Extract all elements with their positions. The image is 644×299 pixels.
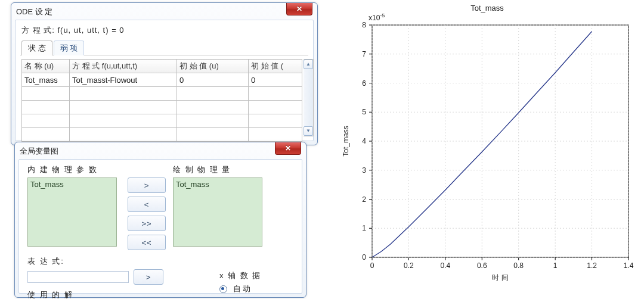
close-icon: ✕	[285, 144, 291, 152]
svg-text:2: 2	[362, 195, 366, 204]
expression-label: 表 达 式:	[27, 256, 296, 267]
svg-text:0: 0	[370, 261, 374, 270]
svg-text:8: 8	[362, 21, 366, 29]
col-name: 名 称 (u)	[22, 60, 70, 73]
svg-text:0.6: 0.6	[477, 261, 487, 270]
builtin-params-label: 内 建 物 理 参 数	[27, 164, 117, 175]
cell-name[interactable]: Tot_mass	[22, 73, 70, 87]
xaxis-data-label: x 轴 数 据	[219, 270, 261, 281]
xaxis-auto-label: 自 动	[233, 284, 251, 293]
tab-weak-term[interactable]: 弱 项	[54, 41, 85, 55]
svg-text:0.8: 0.8	[513, 261, 524, 270]
col-init-u: 初 始 值 (u)	[177, 60, 249, 73]
table-row[interactable]	[22, 114, 302, 128]
svg-text:1.4: 1.4	[624, 261, 634, 270]
xaxis-auto-radio[interactable]: 自 动	[219, 284, 261, 294]
svg-text:0.2: 0.2	[404, 261, 414, 270]
global-variable-plot-window: 全局变量图 ✕ 内 建 物 理 参 数 Tot_mass > < >>	[14, 142, 306, 298]
svg-text:0.4: 0.4	[441, 261, 451, 270]
close-icon: ✕	[296, 5, 302, 13]
svg-text:x10-5: x10-5	[369, 13, 385, 22]
table-row[interactable]	[22, 128, 302, 142]
close-button-gv[interactable]: ✕	[275, 142, 301, 155]
tot-mass-chart: Tot_mass 00.20.40.60.811.21.4012345678x1…	[332, 0, 643, 298]
table-header-row: 名 称 (u) 方 程 式 f(u,ut,utt,t) 初 始 值 (u) 初 …	[22, 60, 302, 73]
table-row[interactable]	[22, 87, 302, 101]
builtin-params-listbox[interactable]: Tot_mass	[27, 177, 117, 247]
expression-input[interactable]	[27, 271, 129, 283]
ode-settings-window: ODE 设 定 ✕ 方 程 式: f(u, ut, utt, t) = 0 状 …	[11, 2, 318, 145]
apply-expression-button[interactable]: >	[134, 269, 163, 285]
table-row[interactable]	[22, 101, 302, 114]
svg-text:1: 1	[362, 224, 366, 232]
list-item[interactable]: Tot_mass	[30, 179, 114, 190]
table-row[interactable]: Tot_mass Tot_masst-Flowout 0 0	[22, 73, 302, 87]
gv-window-title: 全局变量图	[20, 145, 276, 157]
remove-all-button[interactable]: <<	[128, 235, 166, 250]
plot-quantities-label: 绘 制 物 理 量	[173, 164, 262, 175]
ode-table[interactable]: 名 称 (u) 方 程 式 f(u,ut,utt,t) 初 始 值 (u) 初 …	[21, 59, 302, 142]
table-scrollbar[interactable]: ▲ ▼	[304, 59, 314, 136]
equation-definition-label: 方 程 式: f(u, ut, utt, t) = 0	[21, 25, 308, 36]
radio-dot-icon	[219, 285, 227, 293]
cell-init-u[interactable]: 0	[177, 73, 249, 87]
svg-text:5: 5	[362, 108, 366, 116]
ode-window-title: ODE 设 定	[16, 6, 287, 18]
svg-text:1: 1	[553, 261, 558, 270]
add-all-button[interactable]: >>	[128, 216, 166, 231]
plot-quantities-listbox[interactable]: Tot_mass	[173, 177, 262, 247]
scroll-down-icon[interactable]: ▼	[304, 126, 313, 136]
svg-text:时 间: 时 间	[492, 273, 508, 282]
svg-text:3: 3	[362, 166, 366, 175]
scroll-up-icon[interactable]: ▲	[304, 60, 313, 69]
svg-text:6: 6	[362, 79, 366, 88]
close-button-ode[interactable]: ✕	[286, 3, 312, 15]
tab-state[interactable]: 状 态	[21, 41, 52, 55]
col-equation: 方 程 式 f(u,ut,utt,t)	[70, 60, 177, 73]
svg-text:Tot_mass: Tot_mass	[342, 126, 350, 156]
cell-eq[interactable]: Tot_masst-Flowout	[70, 73, 177, 87]
svg-text:7: 7	[362, 50, 366, 58]
svg-text:1.2: 1.2	[587, 261, 597, 270]
remove-button[interactable]: <	[128, 197, 166, 212]
cell-init-ut[interactable]: 0	[249, 73, 302, 87]
chart-canvas: 00.20.40.60.811.21.4012345678x10-5时 间Tot…	[332, 0, 643, 298]
svg-text:0: 0	[362, 253, 366, 261]
list-item[interactable]: Tot_mass	[176, 179, 259, 190]
svg-text:4: 4	[362, 137, 366, 145]
add-button[interactable]: >	[128, 177, 166, 193]
col-init-ut: 初 始 值 (	[249, 60, 302, 73]
